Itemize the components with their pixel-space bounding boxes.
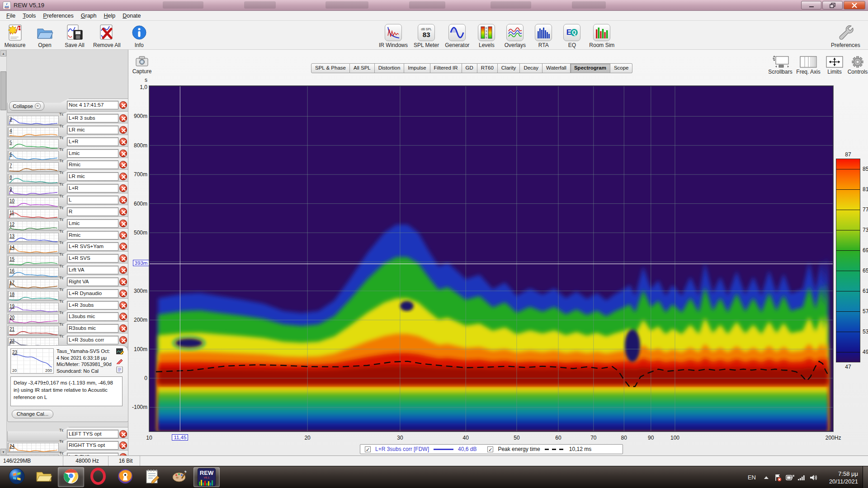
tab-clarity[interactable]: Clarity <box>498 63 520 73</box>
spectrogram-plot[interactable] <box>149 86 833 432</box>
measurement-thumbnail[interactable]: 14 <box>8 244 59 253</box>
capture-button[interactable]: Capture <box>132 55 152 77</box>
measure-button[interactable]: Measure <box>4 23 26 48</box>
delete-measurement-button[interactable] <box>119 101 127 109</box>
measurement-name-field[interactable]: L+R <box>67 184 118 192</box>
measurement-name-field[interactable]: L3subs mic <box>67 312 118 321</box>
measurement-thumbnail[interactable]: 7 <box>8 162 59 171</box>
taskbar-firefox-app[interactable] <box>112 467 138 487</box>
measurement-thumbnail[interactable]: 3 <box>8 116 59 125</box>
rta-button[interactable]: RTA <box>532 23 555 48</box>
measurement-name-field[interactable]: L+R Dynaudio <box>67 289 118 298</box>
measurement-name-field[interactable]: L+R <box>67 137 118 146</box>
room-sim-button[interactable]: Room Sim <box>589 23 614 48</box>
delete-measurement-button[interactable] <box>119 220 127 227</box>
preferences-button[interactable]: Preferences <box>831 23 860 48</box>
measurement-thumbnail[interactable]: 19 <box>8 303 59 312</box>
delete-measurement-button[interactable] <box>119 301 127 309</box>
tab-spl-phase[interactable]: SPL & Phase <box>311 63 350 73</box>
eq-button[interactable]: EQEQ <box>561 23 583 48</box>
close-button[interactable] <box>844 1 865 9</box>
tab-decay[interactable]: Decay <box>520 63 542 73</box>
delete-measurement-button[interactable] <box>119 184 127 192</box>
measurement-thumbnail[interactable]: 9 <box>8 186 59 195</box>
measurement-thumbnail[interactable]: 4 <box>8 127 59 136</box>
measurement-name-field[interactable]: Νoε 4 17:41:57 <box>67 101 118 109</box>
tray-expand-icon[interactable] <box>760 466 772 488</box>
measurement-thumbnail[interactable]: 6 <box>8 151 59 160</box>
measurement-name-field[interactable]: LR mic <box>67 172 118 181</box>
measurement-thumbnail[interactable]: 21 <box>8 326 59 335</box>
tab-all-spl[interactable]: All SPL <box>350 63 375 73</box>
measurement-thumbnail[interactable]: 15 <box>8 256 59 265</box>
tab-spectrogram[interactable]: Spectrogram <box>571 63 610 73</box>
delete-measurement-button[interactable] <box>119 336 127 344</box>
measurement-name-field[interactable]: L+R SVS+Yam <box>67 242 118 251</box>
measurement-thumbnail[interactable]: 18 <box>8 291 59 300</box>
freq-axis-button[interactable]: Freq. Axis <box>795 55 821 75</box>
info-button[interactable]: Info <box>128 23 151 48</box>
battery-icon[interactable] <box>784 466 796 488</box>
clock[interactable]: 7:58 μμ 20/11/2021 <box>819 470 863 485</box>
measurement-thumbnail[interactable]: 8 <box>8 174 59 183</box>
measurement-name-field[interactable]: Lmic <box>67 219 118 228</box>
overlays-button[interactable]: Overlays <box>504 23 526 48</box>
measurement-thumbnail[interactable]: 24 <box>8 443 59 452</box>
delete-measurement-button[interactable] <box>119 278 127 286</box>
restore-button[interactable] <box>822 1 843 9</box>
scrollbar-down-arrow[interactable]: ▼ <box>0 449 6 455</box>
taskbar-opera-app[interactable] <box>85 467 111 487</box>
selected-measurement-panel[interactable]: 23 20 200 Taus_Yamaha-SVS Oct: 4 Νoε 202… <box>7 345 128 422</box>
tab-scope[interactable]: Scope <box>610 63 633 73</box>
delete-measurement-button[interactable] <box>119 266 127 274</box>
tab-distortion[interactable]: Distortion <box>375 63 405 73</box>
taskbar-chrome-app[interactable] <box>58 467 84 487</box>
tab-filtered-ir[interactable]: Filtered IR <box>430 63 462 73</box>
measurement-name-field[interactable]: Lrft VA <box>67 266 118 274</box>
tab-waterfall[interactable]: Waterfall <box>542 63 571 73</box>
minimize-button[interactable] <box>801 1 821 9</box>
save-all-button[interactable]: Save All <box>63 23 86 48</box>
change-cal-button[interactable]: Change Cal... <box>12 410 53 418</box>
tab-impulse[interactable]: Impulse <box>404 63 430 73</box>
delete-measurement-button[interactable] <box>119 430 127 438</box>
notes-icon[interactable] <box>116 366 124 373</box>
measurement-thumbnail[interactable]: 17 <box>8 279 59 288</box>
legend-checkbox[interactable]: ✓ <box>487 446 493 452</box>
measurement-name-field[interactable]: Lmic <box>67 149 118 158</box>
measurement-thumbnail[interactable]: 12 <box>8 221 59 230</box>
show-desktop-button[interactable] <box>863 466 868 488</box>
action-center-flag-icon[interactable] <box>772 466 784 488</box>
measurement-name-field[interactable]: R3subs mic <box>67 324 118 333</box>
measurement-name-field[interactable]: LR mic <box>67 126 118 134</box>
selected-measurement-thumbnail[interactable]: 23 20 200 <box>10 348 54 374</box>
measurement-thumbnail[interactable]: 10 <box>8 197 59 206</box>
levels-button[interactable]: 0369Levels <box>475 23 498 48</box>
measurement-thumbnail[interactable]: 5 <box>8 139 59 148</box>
measurement-name-field[interactable]: R <box>67 207 118 216</box>
delete-measurement-button[interactable] <box>119 161 127 169</box>
menu-item-file[interactable]: File <box>3 12 19 20</box>
speaker-icon[interactable] <box>807 466 819 488</box>
menu-item-help[interactable]: Help <box>100 12 119 20</box>
delete-measurement-button[interactable] <box>119 208 127 216</box>
delete-measurement-button[interactable] <box>119 254 127 262</box>
measurement-name-field[interactable]: Rmic <box>67 231 118 239</box>
measurement-thumbnail[interactable]: 16 <box>8 267 59 277</box>
measurement-thumbnail[interactable]: 13 <box>8 233 59 242</box>
menu-item-tools[interactable]: Tools <box>19 12 39 20</box>
delete-measurement-button[interactable] <box>119 324 127 332</box>
open-button[interactable]: Open <box>33 23 56 48</box>
spl-meter-button[interactable]: dB SPL83SPL Meter <box>414 23 439 48</box>
measurement-thumbnail[interactable]: 11 <box>8 209 59 218</box>
measurement-name-field[interactable]: Rmic <box>67 160 118 169</box>
measurement-name-field[interactable]: L+R 3subs <box>67 301 118 310</box>
menu-item-preferences[interactable]: Preferences <box>39 12 77 20</box>
delete-measurement-button[interactable] <box>119 126 127 134</box>
legend-checkbox[interactable]: ✓ <box>365 446 371 452</box>
taskbar-rew-app[interactable]: REWV5.1 <box>193 467 220 487</box>
network-signal-icon[interactable] <box>796 466 807 488</box>
remove-all-button[interactable]: Remove All <box>93 23 121 48</box>
taskbar-explorer-app[interactable] <box>31 467 57 487</box>
delete-measurement-button[interactable] <box>119 441 127 449</box>
